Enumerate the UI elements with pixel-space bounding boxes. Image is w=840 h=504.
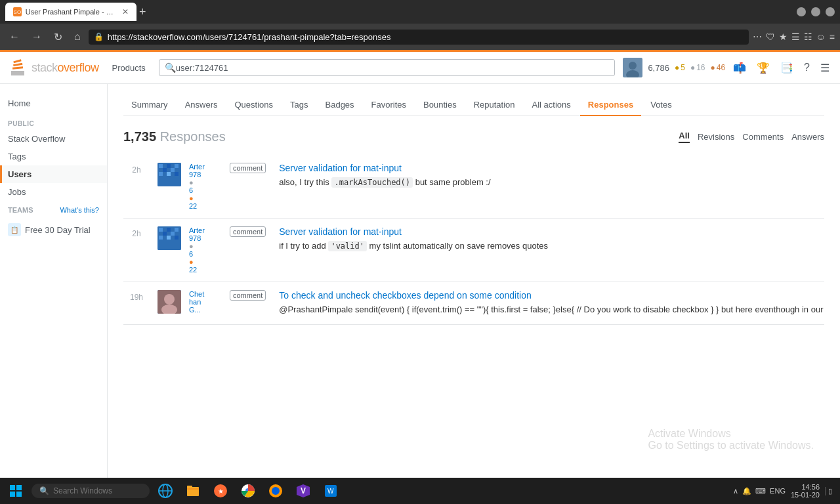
filter-comments[interactable]: Comments [742,132,784,142]
response-user-info: ChethanG... [189,290,222,314]
taskbar-app7-icon[interactable]: W [318,479,344,491]
refresh-button[interactable]: ↻ [50,30,66,45]
taskbar-search: 🔍 [32,484,150,491]
svg-rect-0 [11,71,24,73]
svg-rect-13 [171,168,175,172]
response-user-info: Arter978●6●22 [189,163,222,210]
products-button[interactable]: Products [107,60,151,75]
taskbar-explorer-icon[interactable] [180,479,206,491]
taskbar-app3-icon[interactable]: ★ [207,479,234,491]
sidebar-teams-section: TEAMS What's this? [0,201,107,219]
back-button[interactable]: ← [5,30,24,44]
browser-menu-icon[interactable]: ≡ [830,32,835,42]
maximize-button[interactable] [811,7,820,16]
tab-title: User Prashant Pimpale - Stack [26,8,116,16]
taskbar-ie-icon[interactable] [152,479,178,491]
svg-point-34 [163,484,168,491]
response-avatar [158,226,181,250]
tab-votes[interactable]: Votes [642,94,680,116]
browser-tab[interactable]: SO User Prashant Pimpale - Stack ✕ [5,3,136,21]
inbox-button[interactable]: 📫 [730,59,749,77]
address-bar[interactable] [108,32,744,42]
svg-rect-10 [167,164,171,168]
filter-answers[interactable]: Answers [791,132,824,142]
tab-favorites[interactable]: Favorites [364,94,414,116]
new-tab-button[interactable]: + [139,5,146,19]
tab-responses[interactable]: Responses [580,94,641,116]
help-button[interactable]: ? [801,59,812,76]
tab-close-icon[interactable]: ✕ [122,7,129,16]
user-account-icon[interactable]: ☺ [816,32,826,42]
visual-studio-icon: V [295,483,311,491]
forward-button[interactable]: → [28,30,46,44]
free-trial-item[interactable]: 📋 Free 30 Day Trial [0,219,107,240]
search-input[interactable] [176,63,610,73]
response-body: Server validation for mat-input if I try… [279,226,824,253]
windows-logo-icon [9,484,22,491]
file-explorer-icon [185,483,201,491]
svg-rect-21 [163,232,167,236]
reader-view-icon[interactable]: ☷ [804,32,812,42]
tab-all-actions[interactable]: All actions [524,94,579,116]
avatar-image [158,226,181,250]
response-title-link[interactable]: Server validation for mat-input [279,163,824,173]
bookmarks-list-icon[interactable]: ☰ [791,32,800,42]
tab-badges[interactable]: Badges [318,94,362,116]
start-button[interactable] [3,479,29,491]
svg-rect-25 [175,236,178,240]
svg-rect-2 [12,66,23,69]
svg-rect-12 [163,168,167,172]
site-switcher-button[interactable]: ☰ [818,59,832,77]
review-button[interactable]: 📑 [778,59,796,77]
tab-tags[interactable]: Tags [282,94,316,116]
free-trial-label: Free 30 Day Trial [25,225,91,235]
response-type-badge: comment [230,290,266,301]
avatar[interactable] [623,58,642,77]
taskbar-search-input[interactable] [53,486,145,491]
so-logo[interactable]: stackoverflow [8,58,99,77]
home-button[interactable]: ⌂ [70,30,85,44]
svg-rect-1 [11,73,24,75]
taskbar-clock: 14:56 15-01-20 [791,483,820,491]
sidebar-item-home[interactable]: Home [0,94,107,112]
filter-revisions[interactable]: Revisions [698,132,734,142]
svg-rect-4 [13,59,21,63]
bronze-badge: ● 46 [710,63,725,72]
minimize-button[interactable] [797,7,806,16]
tab-answers[interactable]: Answers [177,94,226,116]
firefox-icon [268,483,284,491]
taskbar-firefox-icon[interactable] [262,479,289,491]
main-layout: Home PUBLIC Stack Overflow Tags Users Jo… [0,84,840,484]
svg-rect-19 [167,228,171,232]
show-desktop-button[interactable]: ▯ [825,487,832,492]
sidebar-item-stackoverflow[interactable]: Stack Overflow [0,130,107,148]
taskbar-chrome-icon[interactable] [235,479,261,491]
response-title-link[interactable]: Server validation for mat-input [279,226,824,237]
user-reputation: 6,786 [648,63,669,73]
search-icon: 🔍 [165,62,176,73]
tab-summary[interactable]: Summary [123,94,176,116]
more-options-icon[interactable]: ⋯ [753,32,762,42]
what-this-link[interactable]: What's this? [60,206,99,214]
tray-up-arrow[interactable]: ∧ [733,487,738,492]
lock-icon: 🔒 [94,32,104,41]
filter-all[interactable]: All [679,131,690,143]
achievements-button[interactable]: 🏆 [754,59,772,77]
sidebar-item-tags[interactable]: Tags [0,148,107,165]
close-button[interactable] [826,7,835,16]
sidebar-item-users[interactable]: Users [0,165,107,183]
response-time: 2h [123,226,150,238]
tray-keyboard-icon: ⌨ [755,487,766,492]
window-controls [797,7,835,16]
taskbar: 🔍 ★ [0,478,840,491]
svg-rect-20 [175,228,178,232]
tab-reputation[interactable]: Reputation [466,94,523,116]
sidebar-item-jobs[interactable]: Jobs [0,183,107,201]
tab-bounties[interactable]: Bounties [415,94,465,116]
taskbar-vs-icon[interactable]: V [290,479,316,491]
response-title-link[interactable]: To check and uncheck checkboxes depend o… [279,290,824,301]
free-trial-icon: 📋 [8,223,21,236]
tab-questions[interactable]: Questions [226,94,281,116]
bookmark-icon[interactable]: ★ [779,32,788,42]
svg-rect-14 [159,172,163,176]
